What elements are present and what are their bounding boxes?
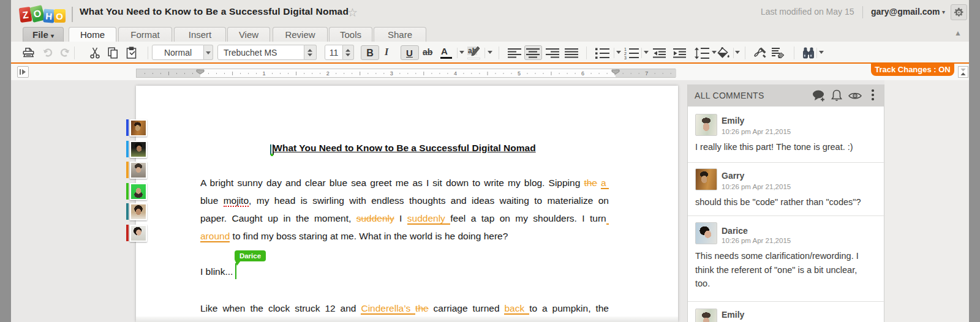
- svg-text:7: 7: [645, 70, 648, 77]
- svg-text:1: 1: [263, 70, 266, 77]
- svg-text:2: 2: [624, 51, 627, 56]
- svg-text:5: 5: [518, 70, 521, 77]
- svg-text:3: 3: [390, 70, 393, 77]
- svg-text:6: 6: [581, 70, 584, 77]
- svg-text:1: 1: [624, 47, 627, 51]
- svg-text:3: 3: [624, 56, 627, 59]
- svg-text:2: 2: [326, 70, 330, 77]
- svg-text:4: 4: [454, 70, 457, 77]
